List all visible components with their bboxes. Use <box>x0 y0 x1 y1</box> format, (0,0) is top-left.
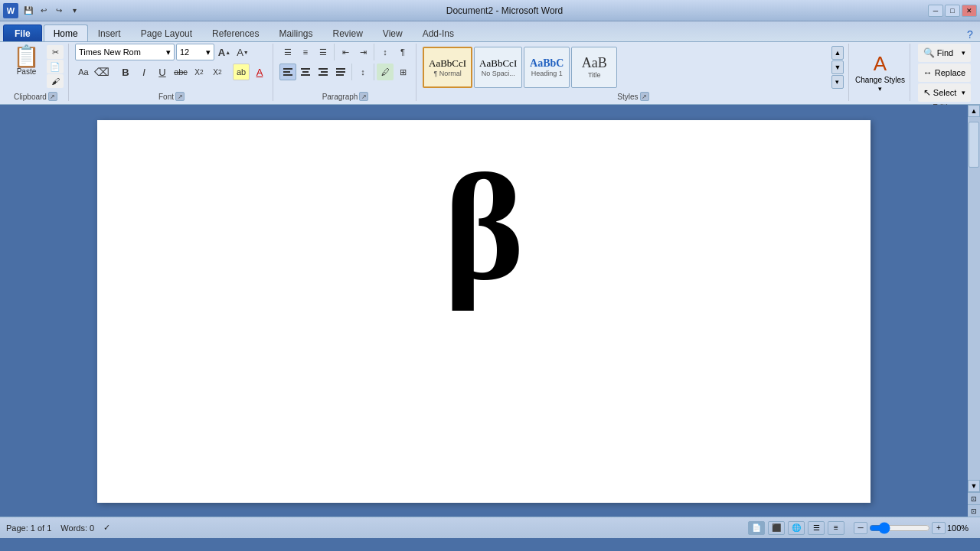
title-bar-left: W 💾 ↩ ↪ ▾ <box>3 3 81 18</box>
styles-group: AaBbCcI ¶ Normal AaBbCcI No Spaci... AaB… <box>418 44 849 101</box>
italic-button[interactable]: I <box>136 64 152 80</box>
bold-button[interactable]: B <box>117 64 134 80</box>
view-outline-button[interactable]: ☰ <box>808 521 825 535</box>
save-quick-btn[interactable]: 💾 <box>21 4 35 18</box>
line-spacing-button[interactable]: ↕ <box>354 64 371 80</box>
view-print-button[interactable]: 📄 <box>748 521 765 535</box>
font-grow-button[interactable]: A▲ <box>216 44 233 60</box>
font-size-select[interactable]: 12 ▾ <box>176 44 214 60</box>
paste-label: Paste <box>17 67 37 76</box>
scroll-up-button[interactable]: ▲ <box>968 105 980 117</box>
tab-insert[interactable]: Insert <box>88 24 131 41</box>
zoom-out-button[interactable]: ─ <box>854 522 867 534</box>
view-full-screen-button[interactable]: ⬛ <box>768 521 785 535</box>
font-color-button[interactable]: A <box>251 64 268 80</box>
help-button[interactable]: ? <box>963 28 977 41</box>
sort-button[interactable]: ↕ <box>377 44 394 60</box>
style-title-preview: AaB <box>582 55 607 71</box>
align-right-button[interactable] <box>315 64 332 80</box>
styles-expand[interactable]: ▾ <box>831 75 844 89</box>
clipboard-expand-button[interactable]: ↗ <box>48 92 57 101</box>
replace-label: Replace <box>935 68 965 77</box>
tab-mailings[interactable]: Mailings <box>269 24 322 41</box>
paragraph-group: ☰ ≡ ☰ ⇤ ⇥ ↕ ¶ <box>275 44 416 101</box>
window-title: Document2 - Microsoft Word <box>81 5 928 16</box>
scroll-thumb[interactable] <box>969 122 979 168</box>
doc-scroll-area: β <box>0 105 968 517</box>
tab-add-ins[interactable]: Add-Ins <box>413 24 464 41</box>
style-no-spacing-label: No Spaci... <box>482 70 515 77</box>
decrease-indent-button[interactable]: ⇤ <box>337 44 354 60</box>
align-center-button[interactable] <box>297 64 314 80</box>
customize-quick-btn[interactable]: ▾ <box>67 4 81 18</box>
minimize-button[interactable]: ─ <box>928 5 943 17</box>
styles-scroll-down[interactable]: ▼ <box>831 60 844 74</box>
svg-rect-10 <box>336 71 345 73</box>
vertical-scrollbar[interactable]: ▲ ▼ ⊡ ⊡ <box>968 105 980 517</box>
borders-button[interactable]: ⊞ <box>394 64 411 80</box>
style-title[interactable]: AaB Title <box>571 47 617 88</box>
scroll-down-button[interactable]: ▼ <box>968 480 980 492</box>
view-web-button[interactable]: 🌐 <box>788 521 805 535</box>
tab-view[interactable]: View <box>373 24 413 41</box>
view-draft-button[interactable]: ≡ <box>828 521 844 535</box>
clear-format-button[interactable]: ⌫ <box>93 64 110 80</box>
justify-button[interactable] <box>332 64 349 80</box>
replace-icon: ↔ <box>923 67 933 78</box>
select-label: Select <box>933 88 957 97</box>
clipboard-small-buttons: ✂ 📄 🖌 <box>47 45 64 88</box>
multilevel-button[interactable]: ☰ <box>315 44 332 60</box>
bullets-button[interactable]: ☰ <box>279 44 296 60</box>
font-expand-button[interactable]: ↗ <box>175 92 185 101</box>
replace-button[interactable]: ↔ Replace <box>918 64 971 82</box>
superscript-button[interactable]: X2 <box>209 64 226 80</box>
zoom-in-button[interactable]: + <box>932 522 946 534</box>
tab-references[interactable]: References <box>202 24 269 41</box>
font-shrink-button[interactable]: A▼ <box>234 44 251 60</box>
close-button[interactable]: ✕ <box>962 5 977 17</box>
ribbon: File Home Insert Page Layout References … <box>0 21 980 105</box>
show-marks-button[interactable]: ¶ <box>394 44 411 60</box>
zoom-slider[interactable] <box>869 524 930 532</box>
select-button[interactable]: ↖ Select ▾ <box>918 83 971 102</box>
tab-review[interactable]: Review <box>322 24 372 41</box>
copy-button[interactable]: 📄 <box>47 60 64 73</box>
style-heading1[interactable]: AaBbC Heading 1 <box>524 47 570 88</box>
highlight-button[interactable]: ab <box>233 64 250 80</box>
style-normal[interactable]: AaBbCcI ¶ Normal <box>423 47 472 88</box>
scroll-to-page-button[interactable]: ⊡ <box>968 492 980 504</box>
format-painter-button[interactable]: 🖌 <box>47 74 64 88</box>
strikethrough-button[interactable]: abc <box>172 64 189 80</box>
change-case-button[interactable]: Aa <box>75 64 92 80</box>
change-styles-button[interactable]: A Change Styles ▾ <box>855 44 905 101</box>
scroll-next-page-button[interactable]: ⊡ <box>968 504 980 517</box>
subscript-button[interactable]: X2 <box>191 64 207 80</box>
style-no-spacing[interactable]: AaBbCcI No Spaci... <box>474 47 522 88</box>
find-button[interactable]: 🔍 Find ▾ <box>918 44 971 62</box>
underline-button[interactable]: U <box>154 64 171 80</box>
cut-button[interactable]: ✂ <box>47 45 64 59</box>
numbering-button[interactable]: ≡ <box>297 44 314 60</box>
tab-page-layout[interactable]: Page Layout <box>131 24 202 41</box>
styles-scroll-up[interactable]: ▲ <box>831 46 844 60</box>
shading-button[interactable]: 🖊 <box>377 64 394 80</box>
align-left-button[interactable] <box>279 64 296 80</box>
tab-file[interactable]: File <box>3 24 42 41</box>
doc-content: β <box>443 151 524 304</box>
tab-home[interactable]: Home <box>44 24 88 41</box>
style-heading1-preview: AaBbC <box>530 57 564 70</box>
styles-gallery: AaBbCcI ¶ Normal AaBbCcI No Spaci... AaB… <box>423 47 828 88</box>
spell-check-icon[interactable]: ✓ <box>103 523 110 533</box>
increase-indent-button[interactable]: ⇥ <box>354 44 371 60</box>
maximize-button[interactable]: □ <box>945 5 960 17</box>
undo-quick-btn[interactable]: ↩ <box>37 4 51 18</box>
redo-quick-btn[interactable]: ↪ <box>52 4 66 18</box>
font-label: Font ↗ <box>158 90 185 101</box>
font-name-select[interactable]: Times New Rom ▾ <box>75 44 175 60</box>
styles-expand-button[interactable]: ↗ <box>640 92 649 101</box>
paragraph-expand-button[interactable]: ↗ <box>359 92 368 101</box>
paste-button[interactable]: 📋 Paste <box>8 44 45 78</box>
change-styles-group: A Change Styles ▾ <box>851 44 910 101</box>
change-styles-dropdown-icon: ▾ <box>878 85 882 93</box>
select-dropdown-icon: ▾ <box>962 89 965 96</box>
